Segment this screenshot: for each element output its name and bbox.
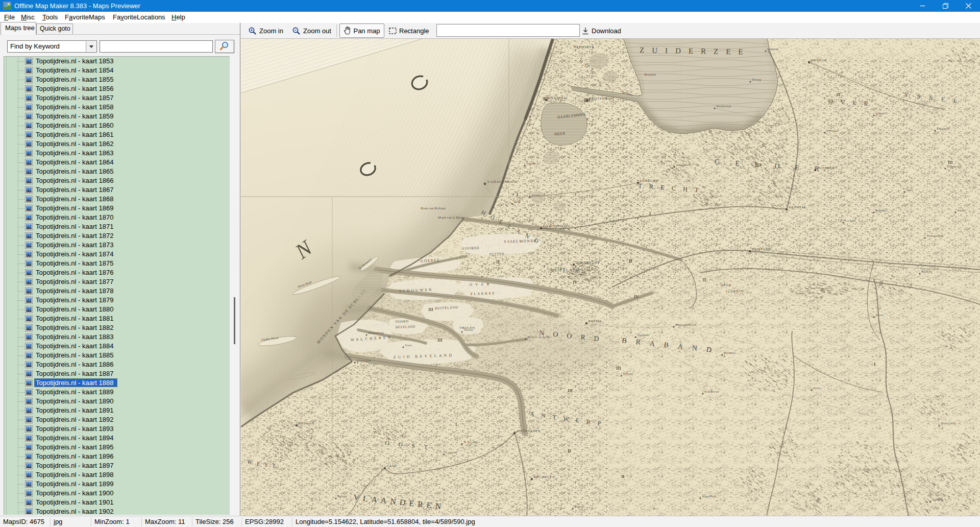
svg-text:NOORD: NOORD: [396, 319, 409, 323]
svg-text:II: II: [837, 92, 841, 97]
svg-text:Keulen: Keulen: [933, 498, 942, 501]
svg-text:Dusseldorp: Dusseldorp: [941, 422, 957, 425]
svg-text:Helmont: Helmont: [724, 351, 736, 354]
svg-text:Lokeren: Lokeren: [446, 451, 457, 454]
svg-text:Eindhoven: Eindhoven: [705, 390, 719, 393]
svg-text:Ahaus: Ahaus: [958, 209, 966, 212]
svg-text:Goes: Goes: [405, 344, 412, 347]
svg-text:III: III: [616, 366, 622, 371]
svg-text:Marken: Marken: [644, 73, 656, 76]
svg-text:ZWOLLE: ZWOLLE: [811, 58, 827, 62]
svg-text:HAARLEM: HAARLEM: [548, 96, 568, 100]
svg-text:THOLEN: THOLEN: [459, 326, 475, 329]
svg-text:BRUGGE: BRUGGE: [299, 421, 315, 425]
svg-text:Gouda: Gouda: [532, 194, 541, 197]
svg-text:Leuven: Leuven: [575, 505, 585, 508]
svg-text:Tilburg: Tilburg: [623, 372, 633, 375]
svg-text:Turnhout: Turnhout: [638, 333, 650, 337]
svg-text:DORDRECHT: DORDRECHT: [576, 260, 600, 265]
svg-text:Elburg: Elburg: [752, 78, 762, 81]
svg-text:MECHELEN: MECHELEN: [534, 475, 555, 479]
svg-text:UTRECHT: UTRECHT: [640, 179, 658, 183]
svg-text:'S GRAVENHAGE: 'S GRAVENHAGE: [487, 180, 518, 184]
svg-text:II: II: [496, 259, 500, 265]
svg-text:Venlo: Venlo: [814, 387, 821, 390]
svg-text:Maestricht: Maestricht: [702, 495, 717, 498]
svg-text:Goor: Goor: [906, 188, 913, 191]
svg-text:Deinze: Deinze: [338, 495, 348, 498]
svg-text:Harderwyk: Harderwyk: [717, 105, 731, 108]
svg-text:ANTWERPEN: ANTWERPEN: [517, 429, 541, 433]
svg-text:Herzogenbusch: Herzogenbusch: [676, 323, 697, 326]
svg-text:PUTTEN: PUTTEN: [489, 252, 505, 256]
svg-text:OVER: OVER: [470, 282, 493, 287]
svg-text:Borculo: Borculo: [876, 209, 887, 212]
svg-text:Mond van d. Maas: Mond van d. Maas: [438, 216, 463, 219]
svg-text:II: II: [629, 258, 632, 264]
svg-text:OVER: OVER: [721, 283, 731, 287]
svg-text:BEVELAND: BEVELAND: [396, 325, 415, 329]
svg-text:Oldenzaal: Oldenzaal: [947, 165, 961, 168]
svg-text:Winterswyk: Winterswyk: [927, 234, 943, 237]
svg-text:ROTTERDAM: ROTTERDAM: [543, 224, 568, 228]
svg-text:III: III: [756, 162, 762, 167]
svg-text:BREDA: BREDA: [589, 319, 602, 323]
svg-text:Delft: Delft: [514, 200, 521, 203]
svg-text:Amersfoort: Amersfoort: [676, 163, 692, 166]
svg-text:Lochem: Lochem: [845, 219, 856, 222]
svg-text:Kampen: Kampen: [768, 47, 779, 51]
svg-text:IV: IV: [634, 294, 639, 299]
svg-text:Middelburg: Middelburg: [369, 331, 384, 334]
svg-text:IV: IV: [573, 280, 578, 285]
svg-text:NYMEGEN: NYMEGEN: [752, 247, 772, 251]
svg-text:FLAKKEE: FLAKKEE: [726, 289, 744, 293]
svg-text:Bocholt: Bocholt: [922, 270, 933, 273]
svg-text:Deventer: Deventer: [827, 129, 839, 132]
svg-text:BEEMSTER: BEEMSTER: [574, 45, 594, 49]
svg-text:GENT: GENT: [387, 464, 398, 468]
svg-text:Vlissingen: Vlissingen: [357, 359, 372, 362]
svg-text:VOORNE: VOORNE: [462, 246, 480, 251]
svg-text:St Nicolas: St Nicolas: [464, 441, 478, 444]
svg-text:III: III: [568, 388, 573, 393]
svg-text:AMSTERDAM: AMSTERDAM: [589, 97, 615, 101]
svg-text:ARNHEM: ARNHEM: [789, 205, 806, 209]
svg-text:II: II: [568, 448, 571, 453]
svg-text:Wesel: Wesel: [876, 314, 884, 317]
svg-text:Leiden: Leiden: [527, 162, 536, 165]
svg-text:III: III: [437, 338, 443, 343]
svg-text:Enschede: Enschede: [937, 127, 950, 130]
svg-text:III: III: [948, 160, 953, 165]
svg-text:Almelo: Almelo: [876, 112, 886, 115]
svg-text:II: II: [621, 474, 625, 479]
svg-text:MEER: MEER: [554, 131, 566, 136]
svg-text:III: III: [428, 307, 434, 312]
svg-text:II: II: [703, 277, 706, 282]
svg-text:Hoek van Holland: Hoek van Holland: [421, 207, 446, 210]
